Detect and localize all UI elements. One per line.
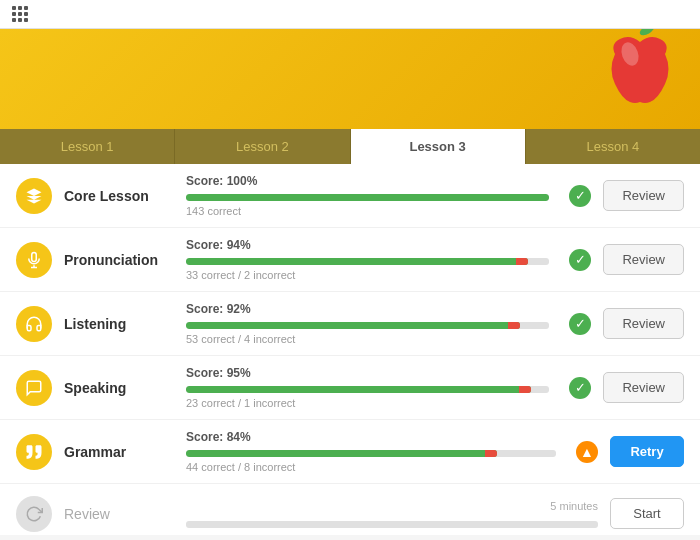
status-check-icon-pronunciation: ✓ — [569, 249, 591, 271]
svg-point-0 — [638, 29, 656, 37]
lesson-name-speaking: Speaking — [64, 380, 174, 396]
quote-icon — [16, 434, 52, 470]
action-btn-pronunciation[interactable]: Review — [603, 244, 684, 275]
progress-bar-bg-speaking — [186, 386, 549, 393]
status-check-icon-speaking: ✓ — [569, 377, 591, 399]
status-warn-icon-grammar: ▲ — [576, 441, 598, 463]
action-btn-listening[interactable]: Review — [603, 308, 684, 339]
speech-icon — [16, 370, 52, 406]
menu-icon — [12, 6, 28, 22]
lesson-row-pronunciation: PronunciationScore: 94%33 correct / 2 in… — [0, 228, 700, 292]
lesson-progress-review: 5 minutes — [186, 500, 598, 528]
score-text-listening: Score: 92% — [186, 302, 549, 316]
progress-bar-fill-grammar — [186, 450, 497, 457]
tab-lesson4[interactable]: Lesson 4 — [526, 129, 700, 164]
minutes-text-review: 5 minutes — [186, 500, 598, 512]
lesson-progress-core-lesson: Score: 100%143 correct — [186, 174, 549, 217]
lessons-list: Core LessonScore: 100%143 correct✓Review… — [0, 164, 700, 535]
progress-bar-bg-pronunciation — [186, 258, 549, 265]
progress-bar-bg-grammar — [186, 450, 556, 457]
top-bar — [0, 0, 700, 29]
headphones-icon — [16, 306, 52, 342]
unit-header — [0, 29, 700, 129]
lesson-row-core-lesson: Core LessonScore: 100%143 correct✓Review — [0, 164, 700, 228]
svg-rect-2 — [32, 252, 37, 261]
lesson-name-grammar: Grammar — [64, 444, 174, 460]
lesson-row-review: Review5 minutesStart — [0, 484, 700, 535]
lesson-progress-grammar: Score: 84%44 correct / 8 incorrect — [186, 430, 556, 473]
progress-bar-fill-core-lesson — [186, 194, 549, 201]
progress-bar-bg-listening — [186, 322, 549, 329]
tab-lesson2[interactable]: Lesson 2 — [175, 129, 350, 164]
apple-decoration — [600, 29, 680, 114]
refresh-icon — [16, 496, 52, 532]
lesson-progress-listening: Score: 92%53 correct / 4 incorrect — [186, 302, 549, 345]
lesson-row-listening: ListeningScore: 92%53 correct / 4 incorr… — [0, 292, 700, 356]
lesson-name-pronunciation: Pronunciation — [64, 252, 174, 268]
sub-text-core-lesson: 143 correct — [186, 205, 549, 217]
sub-text-pronunciation: 33 correct / 2 incorrect — [186, 269, 549, 281]
score-text-pronunciation: Score: 94% — [186, 238, 549, 252]
sub-text-listening: 53 correct / 4 incorrect — [186, 333, 549, 345]
action-btn-core-lesson[interactable]: Review — [603, 180, 684, 211]
score-text-grammar: Score: 84% — [186, 430, 556, 444]
sub-text-speaking: 23 correct / 1 incorrect — [186, 397, 549, 409]
action-btn-review[interactable]: Start — [610, 498, 684, 529]
lesson-name-listening: Listening — [64, 316, 174, 332]
layers-icon — [16, 178, 52, 214]
action-btn-grammar[interactable]: Retry — [610, 436, 684, 467]
score-text-core-lesson: Score: 100% — [186, 174, 549, 188]
lesson-progress-pronunciation: Score: 94%33 correct / 2 incorrect — [186, 238, 549, 281]
progress-bar-bg-core-lesson — [186, 194, 549, 201]
tab-lesson3[interactable]: Lesson 3 — [351, 129, 526, 164]
lesson-row-grammar: GrammarScore: 84%44 correct / 8 incorrec… — [0, 420, 700, 484]
lesson-progress-speaking: Score: 95%23 correct / 1 incorrect — [186, 366, 549, 409]
lesson-tabs: Lesson 1Lesson 2Lesson 3Lesson 4 — [0, 129, 700, 164]
status-check-icon-core-lesson: ✓ — [569, 185, 591, 207]
action-btn-speaking[interactable]: Review — [603, 372, 684, 403]
sub-text-grammar: 44 correct / 8 incorrect — [186, 461, 556, 473]
lesson-name-review: Review — [64, 506, 174, 522]
progress-bar-fill-listening — [186, 322, 520, 329]
lesson-row-speaking: SpeakingScore: 95%23 correct / 1 incorre… — [0, 356, 700, 420]
progress-bar-fill-pronunciation — [186, 258, 528, 265]
status-check-icon-listening: ✓ — [569, 313, 591, 335]
score-text-speaking: Score: 95% — [186, 366, 549, 380]
tab-lesson1[interactable]: Lesson 1 — [0, 129, 175, 164]
progress-bar-bg-review — [186, 521, 598, 528]
lesson-name-core-lesson: Core Lesson — [64, 188, 174, 204]
progress-bar-fill-speaking — [186, 386, 531, 393]
mic-icon — [16, 242, 52, 278]
